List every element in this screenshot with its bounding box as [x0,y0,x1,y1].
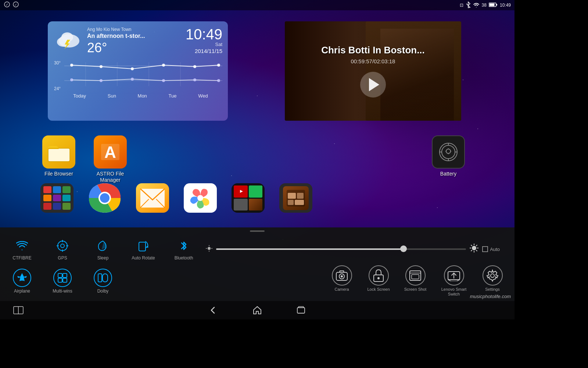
svg-rect-79 [103,274,108,282]
weather-description: An afternoon t-stor... [87,33,145,39]
qs-toggle-autorotate[interactable]: Auto Rotate [129,238,158,261]
brightness-high-icon [470,244,478,255]
chrome-icon [88,183,121,213]
file-browser-icon [42,135,75,169]
qs-toggle-gps[interactable]: GPS [48,238,77,261]
svg-point-93 [491,274,494,277]
brightness-thumb[interactable] [400,245,407,252]
auto-brightness-toggle[interactable]: Auto [482,246,500,252]
media-item4 [249,199,263,211]
svg-rect-5 [496,4,497,6]
notification-icon-1: ✓ [4,1,10,9]
qs-action-multiwins[interactable]: Multi-wins [48,269,77,294]
airplane-label: Airplane [14,289,30,294]
music-overlay: Chris Botti In Boston... 00:59:57/02:03:… [285,21,461,121]
folder-item [62,195,71,202]
qs-action-settings[interactable]: Settings [478,265,507,292]
qs-toggles: CTFIBRE GPS [7,238,198,261]
brightness-track[interactable] [216,248,466,250]
qs-action-camera[interactable]: Camera [327,265,356,292]
app-media[interactable] [232,183,265,213]
folder-item [53,186,61,193]
svg-text:✓: ✓ [6,3,8,7]
weather-day-mon: Mon [138,93,147,99]
wifi-status-icon [473,2,480,8]
bluetooth-toggle-icon [176,238,192,254]
svg-rect-96 [297,308,305,313]
nav-bar [0,301,514,319]
envelope-icon [140,188,165,208]
auto-label-text: Auto [490,247,500,252]
auto-checkbox[interactable] [482,246,488,252]
weather-day-today: Today [73,93,86,99]
battery-level-text: 38 [482,3,487,8]
camera-label: Camera [334,287,349,292]
weather-high-label: 30° [54,60,61,66]
svg-rect-76 [58,278,62,282]
play-button[interactable] [360,72,386,98]
svg-point-42 [100,193,110,203]
svg-rect-87 [412,275,419,279]
weather-clock: 10:49 [186,27,222,42]
qs-toggle-sleep[interactable]: Sleep [88,238,118,261]
svg-point-82 [341,275,343,277]
drag-handle-bar [250,230,265,232]
weather-day-tue: Tue [169,93,177,99]
quick-settings-panel: CTFIBRE GPS [0,227,514,301]
qs-toggle-bluetooth[interactable]: Bluetooth [169,238,198,261]
sleep-toggle-label: Sleep [97,255,109,261]
nav-multiwindow-button[interactable] [11,303,26,318]
nav-recent-button[interactable] [294,303,309,318]
battery-status-icon [489,2,498,8]
svg-line-72 [471,250,472,251]
weather-day-wed: Wed [198,93,208,99]
weather-temperature: 26° [87,40,145,56]
app-chrome[interactable] [88,183,121,213]
weather-widget[interactable]: Ang Mo Kio New Town An afternoon t-stor.… [48,21,228,121]
qs-action-lenovo-switch[interactable]: Lenovo Smart Switch [437,265,470,297]
file-browser-label: File Browser [44,171,73,177]
app-email[interactable] [136,183,169,213]
multiwins-label: Multi-wins [53,289,72,294]
qs-action-screenshot[interactable]: Screen Shot [401,265,430,292]
svg-rect-52 [295,200,304,205]
qs-action-lock-screen[interactable]: Lock Screen [364,265,393,292]
svg-point-53 [58,241,67,251]
folder-2-icon [283,186,309,210]
svg-rect-51 [288,200,294,205]
svg-point-16 [162,64,165,67]
music-widget[interactable]: Chris Botti In Boston... 00:59:57/02:03:… [285,21,461,121]
weather-day: Sat [186,42,222,47]
app-folder-2[interactable] [279,183,312,213]
nav-home-button[interactable] [250,303,265,318]
svg-line-73 [476,245,477,246]
app-file-browser[interactable]: File Browser [40,135,77,177]
brightness-fill [216,248,404,250]
gps-toggle-icon [54,238,71,254]
weather-time-block: 10:49 Sat 2014/11/15 [186,27,222,54]
weather-day-sun: Sun [108,93,116,99]
svg-rect-78 [98,274,102,282]
status-bar: ✓ ✓ ⊡ 38 10:49 [0,0,514,10]
weather-location: Ang Mo Kio New Town [87,27,145,32]
app-photos[interactable] [184,183,217,213]
sleep-toggle-icon [95,238,111,254]
svg-point-21 [131,78,134,81]
lock-screen-label: Lock Screen [367,287,390,292]
qs-action-airplane[interactable]: Airplane [7,269,37,294]
dolby-action-icon [94,269,112,287]
svg-point-54 [61,244,64,248]
app-astro[interactable]: A ASTRO File Manager [92,135,129,183]
svg-point-20 [100,79,103,82]
app-folder-1[interactable] [40,183,74,213]
drag-handle[interactable] [0,227,514,235]
watermark: musicphotolife.com [470,294,511,299]
bluetooth-toggle-label: Bluetooth [175,255,193,261]
qs-toggle-wifi[interactable]: CTFIBRE [7,238,37,261]
app-battery[interactable]: Battery [430,135,467,177]
lock-screen-action-icon [369,265,389,286]
nav-back-button[interactable] [206,303,220,318]
svg-point-13 [70,64,73,67]
qs-action-dolby[interactable]: Dolby [88,269,118,294]
folder-item [43,195,51,202]
